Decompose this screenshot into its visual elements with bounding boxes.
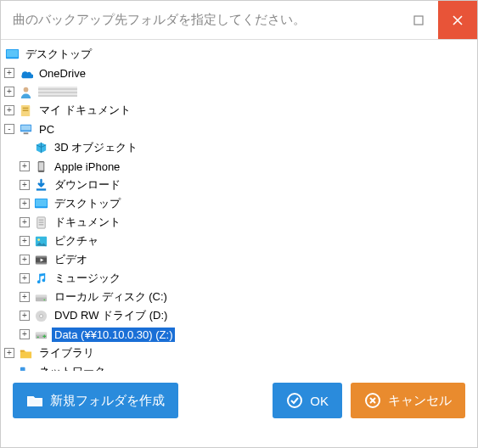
expand-toggle[interactable]: + — [20, 217, 30, 227]
svg-rect-6 — [22, 109, 28, 110]
folder-plus-icon — [26, 392, 43, 409]
close-button[interactable] — [438, 1, 477, 39]
cube-icon — [33, 141, 48, 155]
expand-toggle[interactable]: + — [20, 292, 30, 302]
tree-label: デスクトップ — [23, 46, 94, 63]
dialog-title: 曲のバックアップ先フォルダを指定してください。 — [1, 1, 399, 39]
mydocs-icon — [18, 104, 33, 118]
tree-row[interactable]: 3D オブジェクト — [4, 138, 474, 157]
tree-row[interactable]: +ライブラリ — [4, 344, 474, 362]
expand-toggle[interactable]: + — [20, 255, 30, 265]
tree-row[interactable]: +OneDrive — [4, 64, 474, 82]
tree-label-obscured — [38, 87, 77, 97]
tree-row[interactable]: +ビデオ — [4, 250, 474, 269]
tree-label: 3D オブジェクト — [52, 139, 140, 156]
expand-toggle[interactable]: + — [20, 329, 30, 339]
svg-point-28 — [39, 314, 42, 317]
tree-row[interactable]: +Data (¥¥10.10.0.30) (Z:) — [4, 325, 474, 344]
svg-rect-14 — [35, 199, 46, 206]
tree-row[interactable]: +ローカル ディスク (C:) — [4, 288, 474, 306]
svg-point-20 — [37, 238, 40, 241]
drive-icon — [33, 290, 48, 305]
folder-tree[interactable]: デスクトップ +OneDrive++マイ ドキュメント-PC3D オブジェクト+… — [1, 40, 477, 371]
video-icon — [33, 253, 48, 267]
expand-toggle[interactable]: + — [20, 180, 30, 190]
title-bar: 曲のバックアップ先フォルダを指定してください。 — [1, 1, 477, 40]
expand-toggle[interactable]: + — [20, 236, 30, 246]
tree-row[interactable]: +ドキュメント — [4, 213, 474, 232]
onedrive-icon — [18, 66, 33, 81]
svg-rect-30 — [35, 332, 46, 334]
dialog-footer: 新規フォルダを作成 OK キャンセル — [1, 371, 477, 430]
expand-toggle[interactable]: + — [20, 161, 30, 171]
svg-point-31 — [37, 336, 38, 338]
expand-toggle[interactable]: + — [4, 105, 14, 115]
expand-toggle[interactable]: + — [4, 348, 14, 358]
expand-toggle[interactable]: + — [20, 199, 30, 209]
svg-rect-9 — [23, 132, 28, 134]
tree-label: ビデオ — [52, 251, 90, 268]
tree-label: DVD RW ドライブ (D:) — [52, 307, 170, 324]
svg-rect-18 — [38, 224, 43, 225]
svg-point-3 — [23, 87, 28, 92]
download-icon — [33, 178, 48, 193]
tree-label: Apple iPhone — [52, 160, 122, 174]
ok-label: OK — [310, 394, 329, 408]
expand-toggle[interactable]: + — [20, 273, 30, 283]
doc-icon — [33, 216, 48, 230]
tree-label: PC — [37, 122, 57, 137]
expand-toggle[interactable]: - — [4, 124, 14, 134]
svg-rect-23 — [35, 262, 46, 264]
x-circle-icon — [364, 392, 381, 409]
tree-row[interactable]: ネットワーク — [4, 362, 474, 371]
tree-row[interactable]: +DVD RW ドライブ (D:) — [4, 306, 474, 325]
svg-rect-11 — [38, 162, 43, 170]
tree-row[interactable]: +Apple iPhone — [4, 157, 474, 176]
tree-label: ダウンロード — [52, 176, 123, 193]
tree-row[interactable]: +デスクトップ — [4, 194, 474, 213]
tree-label: OneDrive — [37, 66, 88, 81]
svg-point-26 — [43, 299, 45, 300]
expand-toggle[interactable]: + — [20, 311, 30, 321]
music-icon — [33, 272, 48, 286]
tree-label: ミュージック — [52, 270, 123, 287]
expand-toggle[interactable]: + — [4, 87, 14, 97]
svg-rect-8 — [20, 125, 30, 130]
svg-rect-16 — [38, 219, 43, 220]
tree-label: デスクトップ — [52, 195, 123, 212]
tree-label: ライブラリ — [37, 344, 97, 361]
tree-label: マイ ドキュメント — [37, 102, 133, 119]
tree-row[interactable]: +マイ ドキュメント — [4, 101, 474, 120]
close-icon — [453, 15, 463, 25]
svg-rect-0 — [414, 16, 423, 25]
svg-rect-5 — [22, 107, 28, 108]
pc-icon — [18, 122, 33, 137]
user-icon — [18, 85, 33, 99]
cancel-label: キャンセル — [388, 393, 452, 409]
tree-label: Data (¥¥10.10.0.30) (Z:) — [52, 328, 175, 342]
tree-row[interactable]: + — [4, 82, 474, 101]
new-folder-button[interactable]: 新規フォルダを作成 — [13, 383, 178, 418]
minimize-button[interactable] — [399, 1, 438, 39]
svg-rect-22 — [35, 255, 46, 257]
expand-toggle[interactable]: + — [4, 68, 14, 78]
svg-rect-2 — [6, 49, 17, 57]
tree-label: ドキュメント — [52, 214, 123, 231]
tree-row[interactable]: +ダウンロード — [4, 176, 474, 194]
desktop-icon — [4, 48, 20, 62]
tree-row[interactable]: +ミュージック — [4, 269, 474, 288]
square-icon — [413, 15, 424, 25]
tree-row-root[interactable]: デスクトップ — [4, 45, 474, 64]
tree-row[interactable]: -PC — [4, 120, 474, 138]
svg-rect-12 — [36, 188, 45, 190]
cancel-button[interactable]: キャンセル — [351, 383, 465, 418]
svg-rect-32 — [20, 350, 24, 351]
tree-label: ネットワーク — [37, 363, 108, 371]
svg-rect-25 — [35, 294, 46, 297]
check-circle-icon — [286, 392, 303, 409]
tree-row[interactable]: +ピクチャ — [4, 232, 474, 250]
ok-button[interactable]: OK — [273, 383, 342, 418]
network-icon — [18, 365, 33, 372]
phone-icon — [33, 160, 48, 174]
new-folder-label: 新規フォルダを作成 — [50, 393, 165, 409]
